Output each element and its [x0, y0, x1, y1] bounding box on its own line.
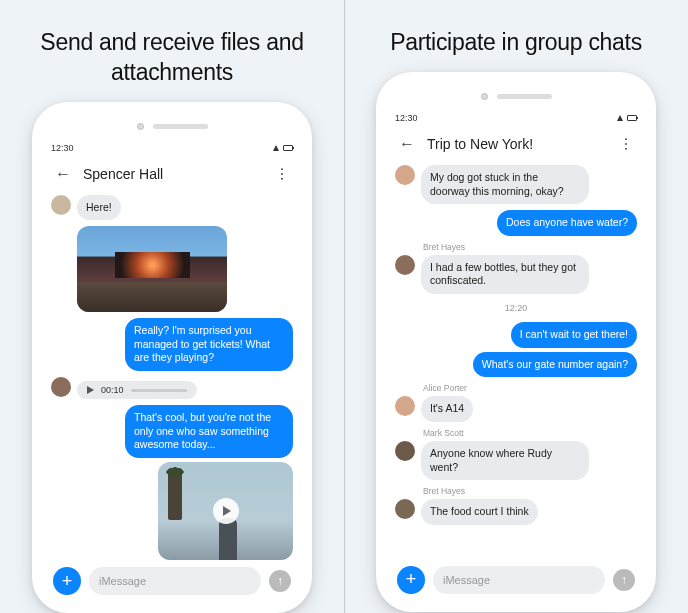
back-icon[interactable]: ← — [399, 135, 415, 153]
audio-attachment[interactable]: 00:10 — [77, 381, 197, 399]
panel-divider — [344, 0, 345, 613]
message-bubble: That's cool, but you're not the only one… — [125, 405, 293, 458]
signal-icon — [617, 115, 623, 121]
sender-name: Bret Hayes — [423, 486, 637, 496]
message-row: That's cool, but you're not the only one… — [51, 405, 293, 560]
more-icon[interactable]: ⋯ — [618, 136, 634, 151]
status-time: 12:30 — [51, 143, 74, 153]
avatar — [395, 499, 415, 519]
compose-bar: + iMessage ↑ — [43, 560, 301, 602]
phone-mockup-left: 12:30 ← Spencer Hall ⋯ Here! Really? I'm… — [32, 102, 312, 613]
back-icon[interactable]: ← — [55, 165, 71, 183]
message-bubble: Does anyone have water? — [497, 210, 637, 236]
status-bar: 12:30 — [43, 139, 301, 157]
right-title: Participate in group chats — [390, 28, 642, 58]
play-icon[interactable] — [87, 386, 94, 394]
avatar — [395, 441, 415, 461]
send-button[interactable]: ↑ — [269, 570, 291, 592]
chat-title: Trip to New York! — [427, 136, 606, 152]
signal-icon — [273, 145, 279, 151]
left-panel: Send and receive files and attachments 1… — [0, 0, 344, 613]
avatar — [51, 377, 71, 397]
video-attachment[interactable] — [158, 462, 293, 560]
add-button[interactable]: + — [397, 566, 425, 594]
camera-dot — [481, 93, 488, 100]
sender-name: Bret Hayes — [423, 242, 637, 252]
status-bar: 12:30 — [387, 109, 645, 127]
phone-mockup-right: 12:30 ← Trip to New York! ⋯ My dog got s… — [376, 72, 656, 612]
message-bubble: I can't wait to get there! — [511, 322, 637, 348]
message-row: Anyone know where Rudy went? — [395, 441, 637, 480]
right-panel: Participate in group chats 12:30 ← Trip … — [344, 0, 688, 613]
message-bubble: Anyone know where Rudy went? — [421, 441, 589, 480]
message-input[interactable]: iMessage — [89, 567, 261, 595]
message-bubble: The food court I think — [421, 499, 538, 525]
message-row: The food court I think — [395, 499, 637, 525]
avatar — [395, 396, 415, 416]
message-row: My dog got stuck in the doorway this mor… — [395, 165, 637, 204]
message-row: I had a few bottles, but they got confis… — [395, 255, 637, 294]
avatar — [51, 195, 71, 215]
message-bubble: Really? I'm surprised you managed to get… — [125, 318, 293, 371]
chat-header: ← Spencer Hall ⋯ — [43, 157, 301, 191]
audio-time: 00:10 — [101, 385, 124, 395]
message-row: Here! — [51, 195, 293, 221]
speaker-slot — [153, 124, 208, 129]
speaker-slot — [497, 94, 552, 99]
status-time: 12:30 — [395, 113, 418, 123]
message-list: My dog got stuck in the doorway this mor… — [387, 161, 645, 559]
message-row: It's A14 — [395, 396, 637, 422]
audio-progress[interactable] — [131, 389, 187, 392]
chat-header: ← Trip to New York! ⋯ — [387, 127, 645, 161]
sender-name: Mark Scott — [423, 428, 637, 438]
message-bubble: Here! — [77, 195, 121, 221]
message-row: Really? I'm surprised you managed to get… — [51, 318, 293, 371]
message-bubble: What's our gate number again? — [473, 352, 637, 378]
add-button[interactable]: + — [53, 567, 81, 595]
left-title: Send and receive files and attachments — [18, 28, 326, 88]
image-attachment[interactable] — [77, 226, 227, 312]
message-input[interactable]: iMessage — [433, 566, 605, 594]
play-icon[interactable] — [213, 498, 239, 524]
timestamp: 12:20 — [395, 303, 637, 313]
message-row: Does anyone have water? — [395, 210, 637, 236]
more-icon[interactable]: ⋯ — [274, 166, 290, 181]
avatar — [395, 255, 415, 275]
battery-icon — [283, 145, 293, 151]
message-row: I can't wait to get there!What's our gat… — [395, 322, 637, 377]
send-button[interactable]: ↑ — [613, 569, 635, 591]
camera-dot — [137, 123, 144, 130]
message-list: Here! Really? I'm surprised you managed … — [43, 191, 301, 560]
message-bubble: My dog got stuck in the doorway this mor… — [421, 165, 589, 204]
sender-name: Alice Porter — [423, 383, 637, 393]
avatar — [395, 165, 415, 185]
message-bubble: I had a few bottles, but they got confis… — [421, 255, 589, 294]
message-bubble: It's A14 — [421, 396, 473, 422]
compose-bar: + iMessage ↑ — [387, 559, 645, 601]
chat-title: Spencer Hall — [83, 166, 262, 182]
battery-icon — [627, 115, 637, 121]
